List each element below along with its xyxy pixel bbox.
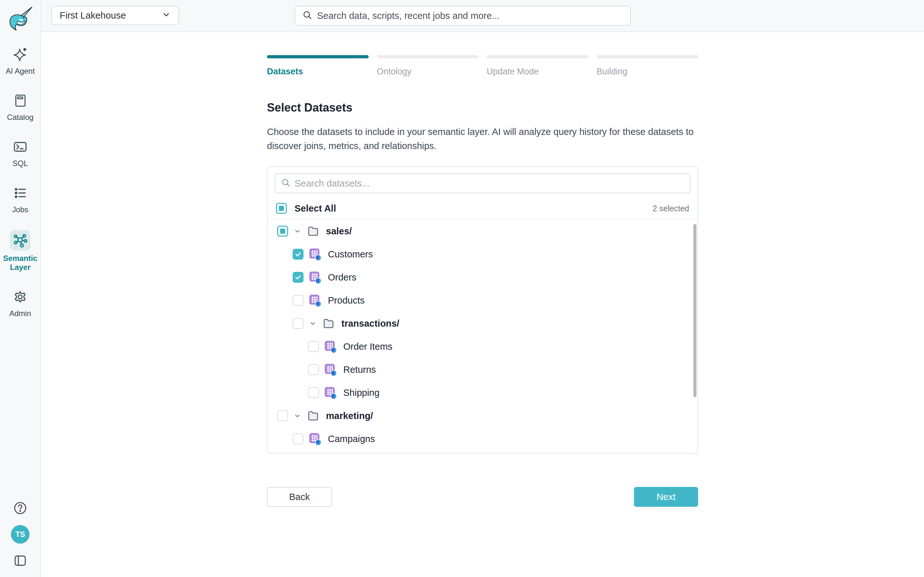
chevron-down-icon[interactable] <box>293 227 302 235</box>
sidebar-item-jobs[interactable]: Jobs <box>0 184 40 214</box>
page-description: Choose the datasets to include in your s… <box>267 125 697 153</box>
dataset-table-icon <box>324 386 337 399</box>
row-checkbox[interactable] <box>292 295 304 306</box>
sidebar-item-label: Catalog <box>7 113 34 122</box>
help-icon[interactable] <box>13 501 27 516</box>
row-label: Products <box>328 295 365 306</box>
dataset-tree: sales/ <box>268 219 698 450</box>
row-label: Orders <box>328 272 357 283</box>
row-checkbox[interactable] <box>308 364 319 375</box>
step-progress-bar <box>377 55 479 58</box>
row-label: marketing/ <box>326 411 373 421</box>
app-window: AI Agent Catalog <box>0 0 924 577</box>
step-datasets[interactable]: Datasets <box>267 55 368 77</box>
select-all-row[interactable]: Select All 2 selected <box>268 198 698 219</box>
step-label: Datasets <box>267 67 368 77</box>
folder-icon <box>307 409 320 422</box>
select-all-checkbox[interactable] <box>276 203 287 214</box>
main-area: First Lakehouse <box>41 0 924 577</box>
sidebar-item-admin[interactable]: Admin <box>0 288 40 318</box>
step-building[interactable]: Building <box>597 55 698 77</box>
row-label: Returns <box>343 364 376 375</box>
sidebar-item-label: Semantic Layer <box>0 254 40 272</box>
sparkle-ai-icon <box>10 45 31 63</box>
row-checkbox[interactable] <box>292 272 304 283</box>
dataset-table-icon <box>324 340 337 353</box>
dataset-tree-row[interactable]: Returns <box>268 358 698 381</box>
back-button[interactable]: Back <box>267 487 332 507</box>
global-search-input[interactable] <box>317 11 623 21</box>
dataset-tree-row[interactable]: sales/ <box>268 219 698 243</box>
step-label: Update Mode <box>487 67 588 77</box>
row-checkbox[interactable] <box>308 387 319 398</box>
dataset-tree-row[interactable]: Orders <box>268 266 698 289</box>
dataset-search-input[interactable] <box>294 178 684 189</box>
sql-terminal-icon <box>10 138 31 156</box>
row-label: sales/ <box>326 226 352 237</box>
search-icon <box>302 10 312 21</box>
project-selector-dropdown[interactable]: First Lakehouse <box>51 6 179 25</box>
step-progress-bar <box>487 55 588 58</box>
dataset-tree-row[interactable]: marketing/ <box>268 404 698 427</box>
dataset-tree-row[interactable]: Customers <box>268 243 698 266</box>
selected-count: 2 selected <box>653 204 689 213</box>
book-icon <box>10 92 31 110</box>
row-label: Campaigns <box>328 434 375 444</box>
row-checkbox[interactable] <box>292 434 304 444</box>
sidebar-item-semantic-layer[interactable]: Semantic Layer <box>0 230 40 272</box>
scrollbar-thumb[interactable] <box>693 224 696 397</box>
dataset-table-icon <box>309 248 321 261</box>
step-ontology[interactable]: Ontology <box>377 55 479 77</box>
user-avatar[interactable]: TS <box>11 525 29 544</box>
row-label: Customers <box>328 249 373 259</box>
row-checkbox[interactable] <box>277 410 288 421</box>
sidebar-item-label: AI Agent <box>6 67 35 76</box>
chevron-down-icon[interactable] <box>293 412 302 420</box>
sidebar: AI Agent Catalog <box>0 0 41 577</box>
dataset-tree-row[interactable]: Products <box>268 289 698 312</box>
next-button[interactable]: Next <box>634 487 698 507</box>
sidebar-item-ai-agent[interactable]: AI Agent <box>0 45 40 76</box>
sidebar-item-label: SQL <box>13 159 28 168</box>
jobs-list-icon <box>10 184 31 202</box>
global-search-bar[interactable] <box>294 6 631 26</box>
sidebar-bottom: TS <box>11 501 29 577</box>
gear-icon <box>10 288 31 306</box>
search-icon <box>281 178 291 189</box>
chevron-down-icon <box>162 10 171 21</box>
chevron-down-icon[interactable] <box>309 319 317 327</box>
step-progress-bar <box>597 55 698 58</box>
dataset-tree-row[interactable]: transactions/ <box>268 312 698 335</box>
folder-icon <box>322 317 335 330</box>
dataset-table-icon <box>324 363 337 376</box>
wizard-stepper: Datasets Ontology Update Mode Building <box>267 55 698 77</box>
folder-icon <box>307 225 320 237</box>
dataset-table-icon <box>309 294 321 307</box>
dataset-tree-row[interactable]: Order Items <box>268 335 698 358</box>
row-checkbox[interactable] <box>308 341 319 352</box>
dataset-table-icon <box>309 432 321 445</box>
row-label: Shipping <box>343 388 380 398</box>
dataset-tree-row[interactable]: Shipping <box>268 381 698 404</box>
page-title: Select Datasets <box>267 101 698 114</box>
dataset-search-bar[interactable] <box>275 173 690 193</box>
step-progress-bar <box>267 55 368 58</box>
row-label: Order Items <box>343 342 393 352</box>
dataset-table-icon <box>309 271 321 284</box>
row-checkbox[interactable] <box>292 249 304 259</box>
step-update-mode[interactable]: Update Mode <box>487 55 588 77</box>
topbar: First Lakehouse <box>41 0 924 32</box>
row-label: transactions/ <box>341 318 399 329</box>
row-checkbox[interactable] <box>292 318 304 329</box>
select-all-label: Select All <box>294 203 336 214</box>
sidebar-item-sql[interactable]: SQL <box>0 138 40 168</box>
narwhal-logo <box>5 4 36 31</box>
row-checkbox[interactable] <box>277 226 288 237</box>
dataset-tree-row[interactable]: Campaigns <box>268 427 698 450</box>
sidebar-item-label: Admin <box>9 309 31 318</box>
dataset-picker-panel: Select All 2 selected <box>267 166 698 454</box>
collapse-sidebar-icon[interactable] <box>13 553 27 568</box>
page-content: Datasets Ontology Update Mode Building <box>41 32 924 577</box>
sidebar-item-label: Jobs <box>12 205 29 214</box>
sidebar-item-catalog[interactable]: Catalog <box>0 92 40 122</box>
